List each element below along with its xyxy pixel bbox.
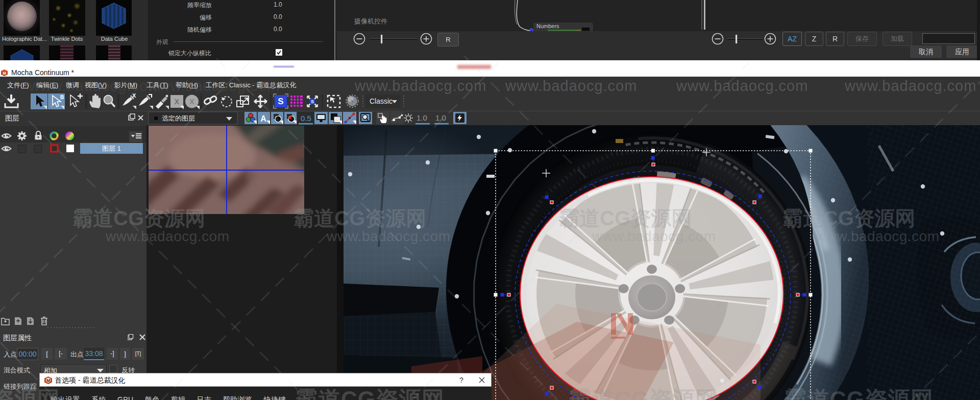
svg-text:Classic: Classic	[370, 97, 393, 105]
svg-text:X: X	[175, 98, 180, 106]
svg-text:X: X	[189, 98, 194, 106]
svg-text:S: S	[311, 99, 314, 104]
svg-text:B: B	[60, 95, 64, 100]
svg-text:1.0: 1.0	[435, 113, 446, 122]
svg-text:1.0: 1.0	[416, 113, 427, 122]
svg-text:选定的图层: 选定的图层	[162, 114, 195, 122]
svg-text:图层: 图层	[5, 114, 19, 122]
svg-text:S: S	[278, 97, 283, 106]
svg-text:M: M	[46, 378, 50, 383]
svg-text:M: M	[3, 71, 6, 76]
svg-text:0.5: 0.5	[301, 114, 311, 123]
svg-text:X: X	[132, 92, 136, 99]
svg-text:Numbers: Numbers	[536, 23, 559, 29]
svg-text:A: A	[260, 114, 266, 123]
